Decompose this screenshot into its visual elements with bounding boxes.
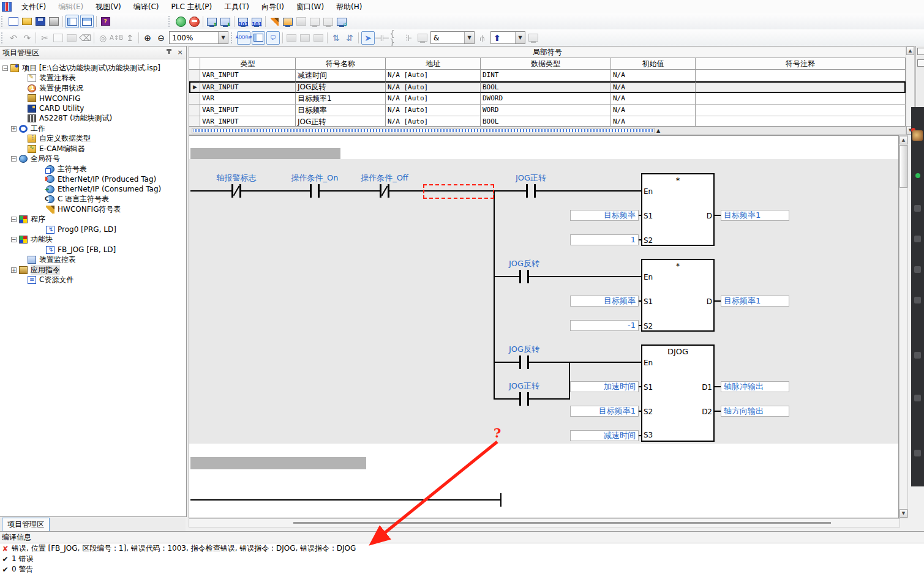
hscrollbar-track[interactable] [192,128,655,133]
operand-input[interactable]: 加速时间 [570,381,639,392]
chevron-down-icon[interactable]: ▼ [464,32,474,43]
pin-icon[interactable] [165,49,173,56]
tree-item-monitor-table[interactable]: 装置监控表 [0,255,186,266]
tree-item-comment-table[interactable]: 装置注释表 [0,73,186,84]
contact-label[interactable]: JOG正转 [488,173,574,184]
tree-item-prog0[interactable]: Prog0 [PRG, LD] [0,225,186,235]
zoom-in-icon[interactable]: ⊕ [141,32,154,44]
contact-label[interactable]: JOG反转 [481,344,567,355]
tree-item-c-resource[interactable]: C资源文件 [0,275,186,286]
col-datatype[interactable]: 数据类型 [481,58,611,70]
contact-label[interactable]: 操作条件_Off [342,173,427,184]
col-name[interactable]: 符号名称 [296,58,386,70]
scroll-up-icon[interactable]: ▲ [906,47,914,55]
expand-toggle[interactable] [11,217,17,222]
zoom-out-icon[interactable]: ⊖ [155,32,167,44]
strip-icon[interactable] [914,352,921,359]
tree-item-c-symbol-table[interactable]: C 语言主符号表 [0,195,186,205]
gate-combo[interactable]: & ▼ [430,31,475,44]
expand-toggle[interactable] [2,65,8,71]
expand-toggle[interactable] [11,237,17,242]
col-type[interactable]: 类型 [200,58,296,70]
upload-plc-icon[interactable]: ⬇ [219,15,231,28]
contact-op-on[interactable] [312,184,318,198]
sort-down-icon[interactable]: ⇵ [344,32,356,44]
expand-toggle[interactable] [11,126,17,132]
contact-jog-fwd[interactable] [528,184,534,198]
monitor-edit-icon[interactable] [282,15,294,28]
contact-jog-fwd-2[interactable] [521,392,527,406]
network-1-canvas[interactable] [189,159,898,444]
open-file-icon[interactable] [21,15,33,28]
address-display-toggle-icon[interactable]: ADDR⇄ [237,31,250,45]
online-monitor-icon[interactable]: 101 [237,15,249,28]
close-icon[interactable]: × [176,49,184,56]
project-panel-tab[interactable]: 项目管理区 [2,518,50,531]
selection-cell[interactable] [423,184,494,199]
strip-icon[interactable] [914,297,921,303]
compile-message-error[interactable]: ✘ 错误, 位置 [FB_JOG, 区段编号 : 1], 错误代码 : 1003… [0,543,924,554]
chevron-down-icon[interactable]: ▼ [218,32,228,43]
avatar[interactable] [912,130,923,141]
contact-jog-rev[interactable] [521,270,527,283]
operand-input[interactable]: 减速时间 [570,430,639,441]
fb-multiply-1[interactable]: * En S1 S2 D [641,173,715,246]
operand-output[interactable]: 目标频率1 [721,210,789,221]
tree-item-function-blocks[interactable]: 功能块 [0,235,186,245]
symbol-table-toggle-icon[interactable] [252,31,265,45]
compile-check-icon[interactable] [175,15,187,28]
fb-multiply-2[interactable]: * En S1 S2 D [641,259,715,332]
scrollbar-thumb[interactable] [900,145,907,188]
ladder-editor[interactable]: 轴报警标志 操作条件_On 操作条件_Off JOG正转 JOG反转 JOG反转… [189,135,899,518]
ladder-vscrollbar[interactable]: ▲ ▼ [899,135,908,518]
menu-compile[interactable]: 编译(C) [127,0,165,14]
tree-item-tasks[interactable]: 工作 [0,124,186,134]
tree-item-project[interactable]: 项目 [E:\台达\功能块测试\功能块测试.isp] [0,63,186,73]
col-initial[interactable]: 初始值 [611,58,696,70]
print-icon[interactable] [48,15,60,28]
operand-output[interactable]: 轴方向输出 [721,406,789,417]
strip-icon[interactable] [914,236,921,242]
tree-item-global-symbols[interactable]: 全局符号 [0,154,186,165]
monitor-refresh-icon[interactable]: ↺ [336,15,348,28]
edit-pen-icon[interactable] [268,15,280,28]
operand-input[interactable]: 目标频率 [570,296,639,307]
tree-item-card-utility[interactable]: CARD Utility [0,103,186,114]
toolbar-grip[interactable] [1,16,6,27]
scroll-up-icon[interactable]: ▲ [900,136,907,144]
tree-item-plc-model[interactable]: AS228T (功能块测试) [0,114,186,124]
help-book-icon[interactable]: ? [99,15,111,28]
col-comment[interactable]: 符号注释 [696,58,906,70]
edge-button[interactable] [917,48,924,55]
scrollbar-thumb[interactable] [293,522,831,524]
tree-item-app-instructions[interactable]: 应用指令 [0,265,186,275]
tree-item-ethernet-produced[interactable]: EtherNet/IP (Produced Tag) [0,174,186,185]
contact-label[interactable]: JOG反转 [481,258,567,269]
operand-input[interactable]: 1 [570,234,639,245]
toggle-output-panel-icon[interactable] [80,15,94,28]
operand-output[interactable]: 目标频率1 [721,296,789,307]
compile-message-errors-count[interactable]: ✔ 1 错误 [0,554,924,564]
tree-item-programs[interactable]: 程序 [0,215,186,225]
network-1-header[interactable] [190,148,340,159]
sort-up-icon[interactable]: ⇅ [330,32,342,44]
toolbar-grip[interactable] [231,32,235,43]
fb-djog[interactable]: DJOG En S1 S2 S3 D1 D2 [641,344,715,442]
expand-toggle[interactable] [11,156,17,162]
menu-plc[interactable]: PLC 主机(P) [165,0,219,14]
menu-file[interactable]: 文件(F) [15,0,52,14]
contact-jog-rev-2[interactable] [521,356,527,369]
strip-icon[interactable] [914,266,921,273]
strip-icon[interactable] [914,450,921,456]
toggle-project-panel-icon[interactable] [66,15,79,28]
expand-toggle[interactable] [11,267,17,273]
network-2-header[interactable] [190,457,366,469]
operand-output[interactable]: 轴脉冲输出 [721,381,789,392]
new-file-icon[interactable] [7,15,20,28]
device-monitor-icon[interactable]: 101 [250,15,263,28]
tree-item-hwconfig-symbols[interactable]: HWCONFIG符号表 [0,204,186,215]
tree-item-main-symbol-table[interactable]: 主符号表 [0,164,186,174]
toolbar-grip[interactable] [1,32,6,43]
tree-item-device-usage[interactable]: 装置使用状况 [0,83,186,94]
download-plc-icon[interactable]: ⬆ [206,15,218,28]
